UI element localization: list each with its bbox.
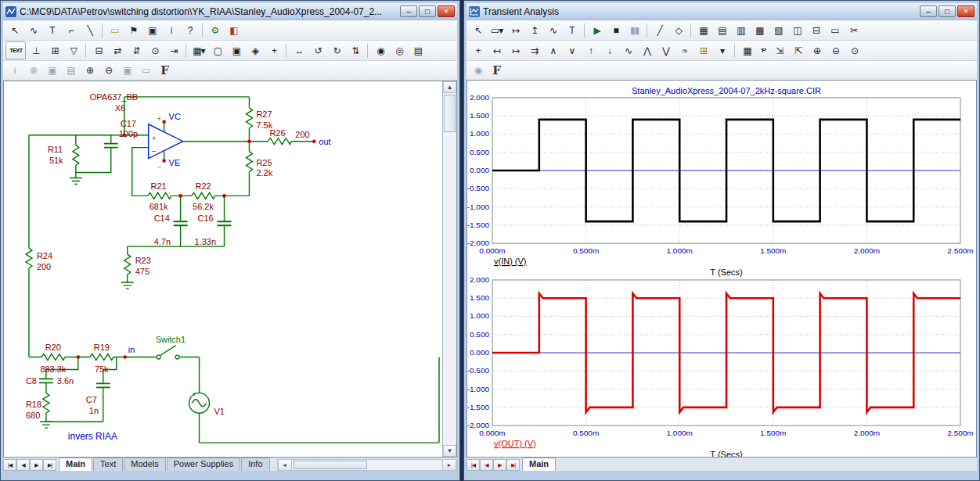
info-mode[interactable]: i [162,21,180,39]
scroll-left-button[interactable]: ◄ [278,460,292,470]
info-sheet[interactable]: ▤ [409,41,427,59]
polygon-tool[interactable]: ◇ [669,21,687,39]
power-display[interactable]: ⇵ [127,41,145,59]
cursor-scale[interactable]: ⇱ [789,41,807,59]
single-plot[interactable]: ▭ [826,21,844,39]
horizontal-tag-mode[interactable]: ↦ [506,21,524,39]
picture-mode[interactable]: ▣ [143,21,161,39]
vscroll-track[interactable] [443,93,456,445]
part-finder[interactable]: ◧ [225,21,243,39]
tabular-format[interactable]: ▧ [769,21,787,39]
switch1[interactable] [157,346,179,359]
tabular-grid[interactable]: ▦ [738,41,756,59]
trace-legend[interactable]: v(IN) (V) [494,257,527,266]
resistor-symbol-r23[interactable] [124,254,131,275]
nav-prev[interactable]: ◀ [16,459,30,471]
zoom-in[interactable]: ⊕ [81,62,99,80]
resistor-symbol-r19[interactable] [90,354,113,361]
vertical-axis-grids[interactable]: ⊟ [807,21,825,39]
rotate-left[interactable]: ↺ [308,41,326,59]
nav-next[interactable]: ▶ [493,459,506,471]
inflection[interactable]: ∿ [619,41,637,59]
global-high[interactable]: ⋀ [638,41,656,59]
nav-last[interactable]: ▶| [43,459,56,471]
properties-button[interactable]: 'P' [757,41,769,59]
plus-marks[interactable]: ▩ [751,21,769,39]
flag-mode[interactable]: ⚑ [124,21,142,39]
high[interactable]: ↑ [582,41,600,59]
analysis-titlebar[interactable]: Transient Analysis –□× [467,3,977,20]
pin-current[interactable]: ⇥ [164,41,182,59]
resistor-symbol-r20[interactable] [41,354,65,361]
font-button[interactable]: F [488,62,506,80]
add-waveform[interactable]: ⊞ [694,41,712,59]
schematic-canvas[interactable]: + − + [4,81,442,457]
graphics-mode[interactable]: ▭ [106,21,124,39]
opamp-x6[interactable]: + − [149,124,183,159]
graphics-dropdown[interactable]: ▭▾ [488,21,506,39]
nav-last[interactable]: ▶| [506,459,520,471]
schematic-titlebar[interactable]: C:\MC9\DATA\Petrov\switching distortion\… [3,3,457,20]
zoom-area[interactable]: ⊙ [845,41,863,59]
wire[interactable] [29,97,439,443]
diagonal-wire-mode[interactable]: ╲ [81,21,99,39]
component-mode[interactable]: ∿ [24,21,42,39]
ground-symbols[interactable] [40,178,134,428]
source-v1[interactable]: + [189,390,210,413]
zoom-out[interactable]: ⊖ [827,41,845,59]
performance-tag-mode[interactable]: ∿ [544,21,562,39]
switch-lever[interactable] [160,346,176,356]
next-simulation-point[interactable]: ⇉ [525,41,543,59]
vertical-scrollbar[interactable]: ▲ ▼ [442,81,456,457]
minimize-button[interactable]: – [400,5,417,17]
border-display[interactable]: ▢ [208,41,226,59]
maximize-button[interactable]: □ [939,5,956,17]
flip-vertical[interactable]: ⇅ [346,41,364,59]
resistor-symbol-r25[interactable] [246,152,252,172]
tab-main[interactable]: Main [522,458,556,471]
ruler[interactable]: ▥ [732,21,750,39]
go-to-right[interactable]: ↦ [506,41,524,59]
nav-next[interactable]: ▶ [30,459,43,471]
minimize-button[interactable]: – [920,5,937,17]
current-display[interactable]: ⇄ [108,41,126,59]
tab-info[interactable]: Info [241,458,269,471]
select-tool[interactable]: ↖ [469,21,487,39]
cursor-mode[interactable]: + [469,41,487,59]
line-tool[interactable]: ╱ [650,21,668,39]
resistor-symbol-r24[interactable] [26,248,32,268]
text-stepping-button[interactable]: TEXT [5,41,26,59]
resistor-symbol-r11[interactable] [73,145,79,166]
find-part[interactable]: ◉ [371,41,389,59]
tokens[interactable]: ▤ [713,21,731,39]
scroll-right-button[interactable]: ► [442,460,456,470]
global-low[interactable]: ⋁ [657,41,675,59]
scroll-up-button[interactable]: ▲ [443,81,456,93]
vertical-tag-mode[interactable]: ↥ [525,21,543,39]
cross-hair-cursor[interactable]: + [265,41,283,59]
text-mode[interactable]: T [43,21,61,39]
resistor-symbol-r26[interactable] [268,138,291,145]
go-to-left[interactable]: ↤ [488,41,506,59]
font-button[interactable]: F [156,62,174,80]
data-points[interactable]: ▦ [694,21,712,39]
resistor-symbol-r27[interactable] [246,108,252,128]
resistor-symbol-r22[interactable] [192,192,215,199]
go-to-performance[interactable]: ≈ [676,41,694,59]
hscroll-track[interactable] [292,460,442,470]
scroll-down-button[interactable]: ▼ [443,445,456,457]
close-button[interactable]: × [438,5,455,17]
nav-first[interactable]: |◀ [3,459,16,471]
node-numbers[interactable]: ▽ [64,41,82,59]
run-button[interactable]: ▶ [588,21,606,39]
hscroll-thumb[interactable] [294,461,367,469]
nav-first[interactable]: |◀ [467,459,480,471]
scale-mode[interactable]: ⇲ [770,41,788,59]
model-display[interactable]: ◈ [246,41,264,59]
attribute-text[interactable]: ⊞ [45,41,63,59]
condition-display[interactable]: ⊙ [146,41,164,59]
stop-button[interactable]: ■ [607,21,625,39]
horizontal-axis-grids[interactable]: ◫ [788,21,806,39]
wires[interactable] [29,97,439,443]
find-next[interactable]: ◎ [390,41,408,59]
